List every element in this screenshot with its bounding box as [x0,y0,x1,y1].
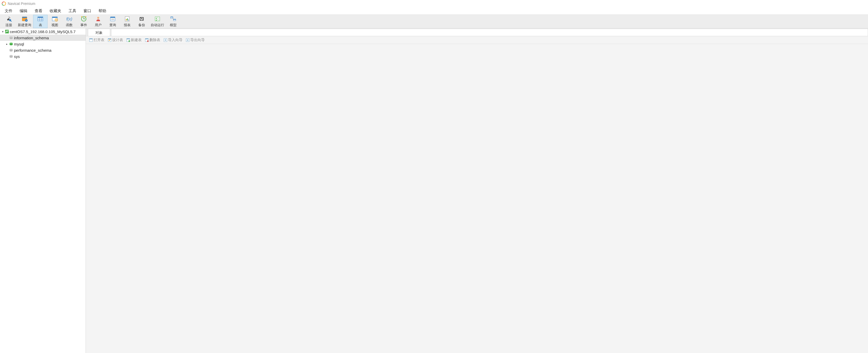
svg-rect-34 [155,17,160,21]
toolbar-connect-label: 连接 [5,23,12,27]
newquery-icon: + [21,16,28,22]
svg-rect-52 [89,38,93,39]
menu-favorites[interactable]: 收藏夹 [46,8,65,14]
svg-point-23 [85,16,86,17]
open-table-button[interactable]: 打开表 [88,37,105,43]
export-wizard-button[interactable]: 导出向导 [185,37,206,43]
menu-window[interactable]: 窗口 [80,8,95,14]
report-icon [124,16,130,22]
toolbar-view-button[interactable]: 视图 [48,15,62,28]
menu-bar: 文件 编辑 查看 收藏夹 工具 窗口 帮助 [0,7,868,14]
toolbar-query-button[interactable]: 查询 [105,15,120,28]
table-icon [37,16,44,22]
model-icon [170,16,177,22]
toolbar-query-label: 查询 [109,23,116,27]
tree-db-label: mysql [14,42,24,46]
tree-db-mysql[interactable]: ▸ mysql [0,41,86,47]
svg-rect-30 [126,19,127,21]
svg-rect-32 [128,20,129,21]
svg-point-57 [128,40,130,42]
toolbar-backup-label: 备份 [138,23,145,27]
autorun-icon [154,16,161,22]
toolbar-view-label: 视图 [52,23,58,27]
connection-icon [5,29,9,34]
svg-point-48 [9,49,13,50]
svg-rect-26 [111,17,115,18]
toolbar-event-button[interactable]: 事件 [76,15,91,28]
delete-table-label: 删除表 [149,38,160,42]
content-pane: 对象 打开表 设计表 新建表 删除表 导入向导 [86,28,868,353]
database-icon [9,55,13,58]
menu-file[interactable]: 文件 [1,8,16,14]
toolbar-table-button[interactable]: 表 [33,15,48,28]
object-toolbar: 打开表 设计表 新建表 删除表 导入向导 导出向导 [86,36,868,44]
new-table-button[interactable]: 新建表 [125,37,143,43]
main-toolbar: 连接 + 新建查询 表 [0,14,868,28]
svg-rect-9 [38,17,43,18]
object-list-area[interactable] [86,44,868,353]
chevron-down-icon[interactable]: ▾ [1,30,5,33]
toolbar-function-label: 函数 [66,23,73,27]
open-table-icon [89,38,93,42]
toolbar-autorun-button[interactable]: 自动运行 [149,15,166,28]
tree-connection-label: centOS7.5_192.168.0.105_MySQL5.7 [10,29,75,34]
svg-point-50 [9,55,13,56]
toolbar-newquery-label: 新建查询 [18,23,31,27]
tree-db-information-schema[interactable]: information_schema [0,35,86,41]
menu-view[interactable]: 查看 [31,8,46,14]
tree-connection-node[interactable]: ▾ centOS7.5_192.168.0.105_MySQL5.7 [0,28,86,35]
main-area: ▾ centOS7.5_192.168.0.105_MySQL5.7 infor… [0,28,868,353]
toolbar-event-label: 事件 [81,23,87,27]
plug-icon [5,16,12,22]
connection-tree[interactable]: ▾ centOS7.5_192.168.0.105_MySQL5.7 infor… [0,28,86,353]
toolbar-backup-button[interactable]: 备份 [134,15,149,28]
design-table-button[interactable]: 设计表 [106,37,124,43]
tree-db-sys[interactable]: sys [0,53,86,59]
svg-point-60 [147,40,149,42]
svg-point-44 [9,36,13,37]
svg-text:f(x): f(x) [66,17,72,21]
app-icon [2,1,6,6]
export-wizard-label: 导出向导 [190,38,205,42]
design-table-label: 设计表 [112,38,123,42]
database-icon [9,42,13,46]
svg-rect-54 [108,38,111,39]
toolbar-connect-button[interactable]: 连接 [2,15,16,28]
new-table-icon [126,38,130,42]
import-icon [163,38,167,42]
svg-rect-40 [174,19,176,20]
app-title: Navicat Premium [8,2,35,6]
svg-rect-59 [145,38,148,39]
svg-line-41 [173,18,174,20]
tree-db-label: sys [14,54,20,59]
clock-icon [81,16,87,22]
delete-table-button[interactable]: 删除表 [144,37,161,43]
svg-point-22 [81,16,82,17]
svg-rect-56 [127,38,130,39]
svg-rect-5 [22,17,27,18]
toolbar-newquery-button[interactable]: + 新建查询 [16,15,33,28]
menu-help[interactable]: 帮助 [95,8,110,14]
svg-rect-38 [170,17,173,17]
svg-text:+: + [26,20,27,22]
toolbar-user-button[interactable]: 用户 [91,15,105,28]
toolbar-function-button[interactable]: f(x) 函数 [62,15,76,28]
menu-tools[interactable]: 工具 [65,8,80,14]
chevron-right-icon[interactable]: ▸ [5,42,9,46]
backup-icon [138,16,145,22]
svg-point-24 [97,17,99,19]
import-wizard-label: 导入向导 [168,38,183,42]
svg-rect-31 [127,18,128,21]
tree-db-label: performance_schema [14,48,52,53]
tree-db-performance-schema[interactable]: performance_schema [0,47,86,53]
import-wizard-button[interactable]: 导入向导 [162,37,184,43]
toolbar-model-label: 模型 [170,23,177,27]
toolbar-autorun-label: 自动运行 [151,23,164,27]
toolbar-user-label: 用户 [95,23,101,27]
toolbar-model-button[interactable]: 模型 [166,15,180,28]
toolbar-report-button[interactable]: 报表 [120,15,134,28]
menu-edit[interactable]: 编辑 [16,8,31,14]
tab-objects[interactable]: 对象 [88,29,110,36]
new-table-label: 新建表 [131,38,142,42]
toolbar-table-label: 表 [39,23,42,27]
